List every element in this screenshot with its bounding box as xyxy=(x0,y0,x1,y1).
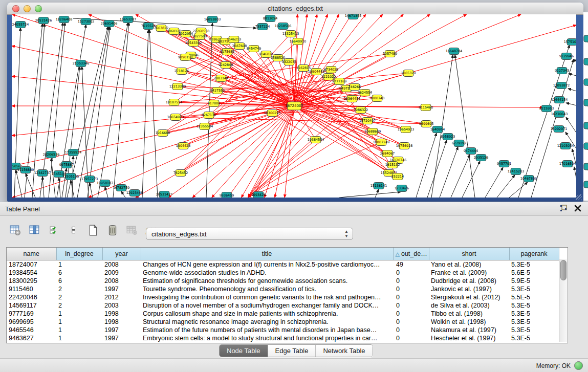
table-row[interactable]: 946554611997Estimation of the future num… xyxy=(7,326,559,334)
graph-node[interactable]: 1733426 xyxy=(395,185,409,192)
graph-node[interactable]: 9699695 xyxy=(419,121,433,127)
graph-node[interactable]: 15273002 xyxy=(78,18,95,25)
table-settings-icon[interactable] xyxy=(9,224,21,237)
graph-node[interactable]: 8454749 xyxy=(247,46,261,52)
table-row[interactable]: 911546021997Tourette syndrome. Phenomeno… xyxy=(7,285,559,293)
graph-node[interactable]: 2935126 xyxy=(474,155,488,161)
graph-node[interactable]: 9242848 xyxy=(219,62,233,69)
column-header-name[interactable]: name xyxy=(7,248,56,260)
graph-node[interactable]: 17359924 xyxy=(65,149,82,156)
graph-node[interactable]: 6734028 xyxy=(324,67,338,73)
graph-node[interactable]: 16640910 xyxy=(290,38,307,45)
graph-node[interactable]: 8958923 xyxy=(441,134,455,140)
table-row[interactable]: 2242004622012Investigating the contribut… xyxy=(7,293,559,301)
graph-node[interactable]: 10467809 xyxy=(520,176,537,182)
graph-node[interactable]: 9322033 xyxy=(282,59,296,65)
graph-node[interactable]: 9975887 xyxy=(59,162,74,168)
graph-node[interactable]: 10654923 xyxy=(167,114,184,121)
graph-node[interactable]: 1057489 xyxy=(383,51,397,57)
network-canvas[interactable]: 2405572420531426182064081527300220691406… xyxy=(12,14,576,198)
column-header-short[interactable]: short xyxy=(429,248,509,260)
graph-node[interactable]: 12444154 xyxy=(551,97,568,103)
graph-node[interactable]: 9115460 xyxy=(419,104,433,111)
close-window-button[interactable] xyxy=(12,5,19,12)
column-header-in_degree[interactable]: in_degree xyxy=(56,248,102,260)
graph-node[interactable]: 19218506 xyxy=(275,23,292,30)
graph-node[interactable]: 1615132 xyxy=(385,162,400,168)
graph-node[interactable]: 917006 xyxy=(208,100,220,107)
graph-node[interactable]: 9936459 xyxy=(220,192,234,198)
tab-network-table[interactable]: Network Table xyxy=(316,345,372,357)
graph-node[interactable]: 20531427 xyxy=(156,191,173,198)
graph-node[interactable]: 746266 xyxy=(349,84,361,91)
minimize-window-button[interactable] xyxy=(24,5,31,12)
graph-node[interactable]: 15992971 xyxy=(551,126,568,133)
row-height-icon[interactable] xyxy=(68,224,80,237)
graph-node[interactable]: 16053803 xyxy=(204,16,221,23)
graph-node[interactable]: 16782759 xyxy=(113,185,130,191)
column-header-pagerank[interactable]: pagerank xyxy=(509,248,559,260)
graph-node[interactable]: 7625452 xyxy=(173,170,188,177)
graph-node[interactable]: 12103054 xyxy=(557,143,574,149)
table-row[interactable]: 1456911722003Disruption of a novel membe… xyxy=(7,301,559,310)
graph-node[interactable]: 6279197 xyxy=(452,140,466,147)
graph-node[interactable]: 12923448 xyxy=(126,190,143,196)
graph-node[interactable]: 8267130 xyxy=(202,112,216,119)
graph-node[interactable]: 16648784 xyxy=(446,48,463,55)
graph-node[interactable]: 1904428 xyxy=(176,143,190,149)
window-resize-grip[interactable] xyxy=(576,194,582,201)
graph-node[interactable]: 9227343 xyxy=(555,68,569,74)
graph-node[interactable]: 15720407 xyxy=(359,118,376,124)
graph-node[interactable]: 15751074 xyxy=(564,39,576,46)
graph-node[interactable]: 7357224 xyxy=(255,24,270,30)
graph-node[interactable]: 12355584 xyxy=(197,123,213,130)
graph-node[interactable]: 19654923 xyxy=(398,126,415,133)
graph-node[interactable]: 12213389 xyxy=(169,83,186,90)
graph-node[interactable]: 9827509 xyxy=(192,33,207,40)
graph-node[interactable]: 9777169 xyxy=(332,78,346,85)
graph-node[interactable]: 1640954 xyxy=(430,126,445,133)
graph-node[interactable]: 9474444 xyxy=(464,148,478,155)
graph-node[interactable]: 12093872 xyxy=(553,82,570,89)
graph-node[interactable]: 11156889 xyxy=(17,167,34,173)
window-titlebar[interactable]: citations_edges.txt xyxy=(7,3,583,15)
graph-node[interactable]: 3624554 xyxy=(358,90,372,96)
table-row[interactable]: 977716911998Corpus callosum shape and si… xyxy=(7,310,559,318)
graph-node[interactable]: 21053346 xyxy=(73,60,90,67)
graph-node[interactable]: 19756928 xyxy=(396,143,413,149)
graph-node[interactable]: 12342737 xyxy=(34,170,51,177)
scrollbar-thumb[interactable] xyxy=(560,260,567,280)
table-chooser-dropdown[interactable]: citations_edges.txt ▲▼ xyxy=(146,228,353,240)
graph-node[interactable]: 9890158 xyxy=(178,54,192,61)
graph-node[interactable]: 2667608 xyxy=(232,43,247,50)
graph-node[interactable]: 1693426 xyxy=(251,192,266,198)
citation-network-graph[interactable]: 2405572420531426182064081527300220691406… xyxy=(12,14,576,198)
graph-node[interactable]: 3175685 xyxy=(220,49,234,55)
graph-node[interactable]: 1065329 xyxy=(401,70,416,77)
table-row[interactable]: 969969511998Structural magnetic resonanc… xyxy=(7,318,559,326)
graph-node[interactable]: 14671355 xyxy=(345,14,362,19)
graph-node[interactable]: 8215953 xyxy=(539,105,554,112)
network-view-window[interactable]: citations_edges.txt 24055724205314261820… xyxy=(7,3,583,202)
select-rows-icon[interactable] xyxy=(48,224,60,237)
column-header-year[interactable]: year xyxy=(102,248,141,260)
close-panel-icon[interactable] xyxy=(574,204,582,212)
show-columns-icon[interactable] xyxy=(29,224,41,237)
graph-node[interactable]: 19958187 xyxy=(97,180,114,187)
table-row[interactable]: 946362711997Embryonic stem cells: a mode… xyxy=(7,334,559,342)
memory-ok-indicator[interactable] xyxy=(574,361,583,370)
delete-icon[interactable] xyxy=(106,224,119,237)
graph-node[interactable]: 24055724 xyxy=(12,21,29,28)
graph-node[interactable]: 252214 xyxy=(391,173,404,180)
graph-node[interactable]: 5912954 xyxy=(179,31,193,37)
graph-node[interactable]: 16210643 xyxy=(551,111,568,118)
tab-edge-table[interactable]: Edge Table xyxy=(268,345,316,357)
graph-node[interactable]: 7986322 xyxy=(354,107,368,114)
tab-node-table[interactable]: Node Table xyxy=(220,345,268,357)
graph-node[interactable]: 18107554 xyxy=(166,99,183,106)
new-file-icon[interactable] xyxy=(87,224,99,237)
column-header-title[interactable]: title xyxy=(141,248,393,260)
graph-node[interactable]: 2803144 xyxy=(214,75,228,82)
graph-node[interactable]: 12415203 xyxy=(508,168,525,175)
graph-node[interactable]: 1546213 xyxy=(227,36,241,43)
